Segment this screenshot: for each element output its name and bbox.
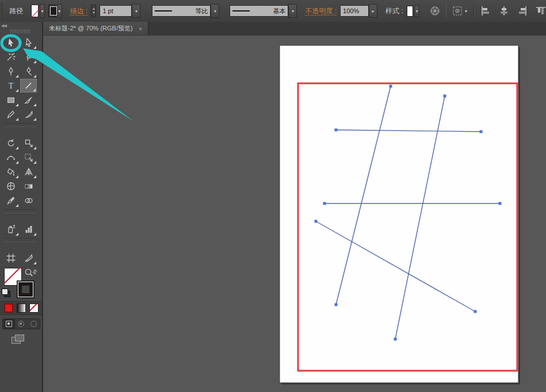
style-dropdown-icon[interactable]: ▾ <box>414 5 419 17</box>
illustrator-window: 路径 ▾ ▾ 描边 : ▲ ▼ 1 pt ▾ 等比 ▾ 基本 ▾ 不透明 <box>0 0 546 392</box>
symbol-sprayer-tool[interactable] <box>2 222 19 236</box>
document-tab[interactable]: 未标题-2* @ 70% (RGB/预览) × <box>43 22 148 35</box>
profile-preview-line <box>155 10 172 11</box>
separator <box>446 3 447 18</box>
svg-text:T: T <box>8 82 13 90</box>
mesh-tool[interactable] <box>2 179 19 193</box>
style-swatch[interactable] <box>407 6 413 17</box>
blend-tool[interactable] <box>20 194 37 207</box>
anchor-point[interactable] <box>474 310 477 313</box>
anchor-point[interactable] <box>444 95 446 98</box>
context-label: 路径 <box>9 6 23 16</box>
collapse-panel-icon[interactable]: ◀◀ <box>1 24 6 28</box>
anchor-point[interactable] <box>335 129 338 132</box>
anchor-point[interactable] <box>335 303 338 306</box>
draw-behind-button[interactable] <box>15 319 27 329</box>
main-area: ◀◀ T ⇄ <box>0 22 546 392</box>
recolor-artwork-icon[interactable] <box>430 5 440 17</box>
none-button[interactable] <box>29 303 39 313</box>
live-paint-bucket-tool[interactable] <box>2 165 19 179</box>
stroke-color-swatch[interactable] <box>48 5 56 17</box>
stroke-weight-input[interactable]: 1 pt <box>100 5 132 17</box>
pencil-tool[interactable] <box>2 107 19 121</box>
free-transform-tool[interactable] <box>20 151 37 164</box>
anchor-point[interactable] <box>480 130 483 133</box>
stepper-down-icon[interactable]: ▼ <box>92 11 96 15</box>
stroke-weight-dropdown-icon[interactable]: ▾ <box>132 4 140 18</box>
width-tool[interactable] <box>2 151 19 164</box>
gradient-button[interactable] <box>17 303 26 313</box>
stroke-weight-link[interactable]: 描边 : <box>70 6 88 16</box>
draw-normal-button[interactable] <box>3 319 15 329</box>
rotate-tool[interactable] <box>2 136 19 150</box>
opacity-input[interactable]: 100% <box>340 5 369 17</box>
opacity-arrow-icon[interactable]: ▸ <box>369 4 377 18</box>
fill-color-swatch[interactable] <box>31 5 39 17</box>
scale-tool[interactable] <box>20 136 37 150</box>
canvas[interactable] <box>43 36 546 392</box>
anchor-point[interactable] <box>390 85 392 88</box>
control-bar: 路径 ▾ ▾ 描边 : ▲ ▼ 1 pt ▾ 等比 ▾ 基本 ▾ 不透明 <box>0 0 546 22</box>
panel-drag-grip[interactable] <box>10 29 30 33</box>
anchor-point[interactable] <box>315 220 318 223</box>
close-tab-icon[interactable]: × <box>139 25 142 32</box>
color-button[interactable] <box>4 303 13 313</box>
align-horizontal-center-icon[interactable] <box>499 5 509 17</box>
brush-value: 基本 <box>273 7 285 16</box>
align-vertical-top-icon[interactable] <box>536 5 546 17</box>
separator <box>474 3 475 18</box>
width-profile-select[interactable]: 等比 <box>152 5 211 17</box>
select-similar-dropdown-icon[interactable]: ▾ <box>464 5 468 17</box>
stroke-proxy-swatch[interactable] <box>17 280 35 298</box>
style-label: 样式 : <box>385 6 403 16</box>
artwork-layer[interactable] <box>43 36 546 392</box>
default-fill-stroke-icon[interactable] <box>2 289 10 297</box>
anchor-point[interactable] <box>323 202 326 205</box>
curvature-tool[interactable] <box>20 64 37 78</box>
eyedropper-tool[interactable] <box>2 194 19 207</box>
lasso-tool[interactable] <box>20 50 37 64</box>
gradient-tool[interactable] <box>20 179 37 193</box>
tool-group-separator <box>4 238 36 242</box>
tools-panel: ◀◀ T ⇄ <box>0 22 43 392</box>
anchor-point[interactable] <box>499 202 502 205</box>
type-tool[interactable]: T <box>2 79 19 93</box>
line-segment-tool[interactable] <box>20 79 37 93</box>
profile-dropdown-icon[interactable]: ▾ <box>211 4 219 18</box>
profile-value: 等比 <box>195 7 208 16</box>
stroke-dropdown-arrow-icon[interactable]: ▾ <box>57 4 62 18</box>
tools-panel-header: ◀◀ <box>0 22 42 36</box>
screen-mode-button[interactable] <box>12 335 24 344</box>
tab-strip: 未标题-2* @ 70% (RGB/预览) × <box>43 22 546 36</box>
selection-tool[interactable] <box>2 36 19 49</box>
stroke-weight-stepper[interactable]: ▲ ▼ <box>91 5 96 17</box>
paint-style-row <box>0 301 42 315</box>
tool-group-separator <box>4 123 36 127</box>
column-graph-tool[interactable] <box>20 222 37 236</box>
magic-wand-tool[interactable] <box>2 50 19 64</box>
align-horizontal-left-icon[interactable] <box>480 5 491 17</box>
artboard-tool[interactable] <box>2 251 19 265</box>
tool-group-separator <box>4 209 36 213</box>
opacity-link[interactable]: 不透明度 : <box>305 6 337 16</box>
draw-inside-button[interactable] <box>28 319 40 329</box>
direct-selection-tool[interactable] <box>20 36 37 49</box>
slice-tool[interactable] <box>20 251 37 265</box>
align-horizontal-right-icon[interactable] <box>517 5 528 17</box>
drawing-modes-group <box>2 318 40 329</box>
brush-preview-line <box>232 10 250 11</box>
knife-tool[interactable] <box>20 107 37 121</box>
stepper-up-icon[interactable]: ▲ <box>92 7 96 11</box>
panel-grip-icon[interactable] <box>0 2 2 20</box>
select-similar-icon[interactable] <box>452 5 463 17</box>
artboard[interactable] <box>280 45 518 383</box>
brush-definition-select[interactable]: 基本 <box>230 5 288 17</box>
pen-tool[interactable] <box>2 64 19 78</box>
paintbrush-tool[interactable] <box>20 93 37 107</box>
perspective-grid-tool[interactable] <box>20 165 37 179</box>
document-tab-title: 未标题-2* @ 70% (RGB/预览) <box>49 24 133 33</box>
rectangle-tool[interactable] <box>2 93 19 107</box>
document-area: 未标题-2* @ 70% (RGB/预览) × <box>43 22 546 392</box>
brush-dropdown-icon[interactable]: ▾ <box>288 4 297 18</box>
anchor-point[interactable] <box>394 338 397 341</box>
